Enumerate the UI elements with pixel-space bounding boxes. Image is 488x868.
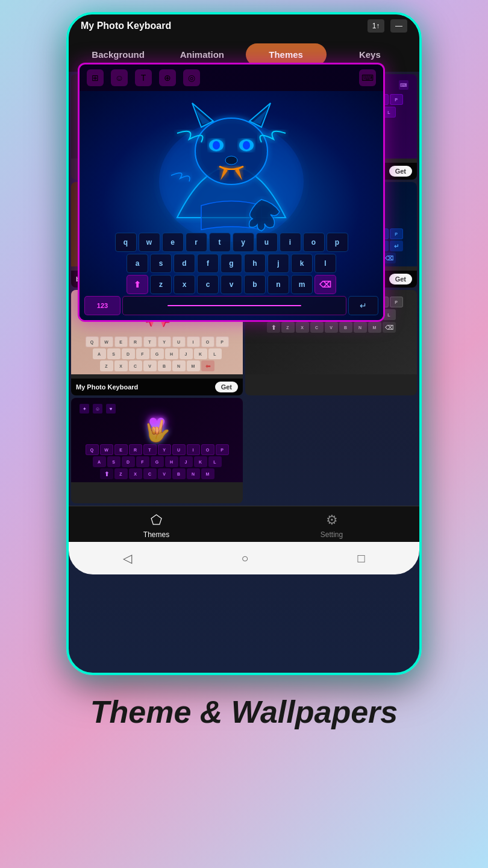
get-button-blue[interactable]: Get [389,274,412,285]
key-k-f: K [194,348,207,359]
key-x-h: X [129,468,142,479]
key-f-f: F [136,348,149,359]
nav-setting[interactable]: ⚙ Setting [244,512,419,539]
key-b-f: B [158,360,171,371]
wolf-key-l[interactable]: l [314,254,336,273]
key-s-h: S [107,456,120,467]
key-a-h: A [93,456,106,467]
setting-icon: ⚙ [326,512,338,528]
wolf-key-p[interactable]: p [327,233,348,252]
wolf-key-d[interactable]: d [174,254,195,273]
key-i-f: I [187,336,200,347]
wolf-key-del[interactable]: ⌫ [314,275,336,294]
wolf-key-x[interactable]: x [174,275,195,294]
wolf-key-u[interactable]: u [256,233,278,252]
wolf-key-shift[interactable]: ⬆ [127,275,148,294]
wolf-key-k[interactable]: k [291,254,313,273]
wolf-key-o[interactable]: o [303,233,325,252]
bottom-headline: Theme & Wallpapers [66,693,422,731]
header-icons: 1↑ — [368,19,407,33]
wolf-key-m[interactable]: m [291,275,313,294]
wolf-space-key[interactable] [122,296,346,315]
wolf-globe-icon[interactable]: ⊕ [159,69,176,86]
wolf-key-y[interactable]: y [233,233,254,252]
wolf-svg [141,91,322,248]
wolf-shirt-icon[interactable]: T [135,69,152,86]
get-button-purple[interactable]: Get [389,166,412,177]
key-p-b: P [390,228,403,239]
key-v-f: V [143,360,157,371]
wolf-row-2: a s d f g h j k l [82,254,381,273]
back-button[interactable]: ◁ [123,551,132,565]
nav-themes[interactable]: ⬠ Themes [69,512,244,539]
home-button[interactable]: ○ [241,552,248,565]
wolf-popup[interactable]: ⊞ ☺ T ⊕ ◎ ⌨ [78,63,385,322]
wolf-key-b[interactable]: b [244,275,266,294]
key-z-f: Z [100,360,113,371]
wolf-key-v[interactable]: v [221,275,242,294]
wolf-key-h[interactable]: h [244,254,266,273]
wolf-key-z[interactable]: z [150,275,172,294]
wolf-key-a[interactable]: a [127,254,148,273]
wolf-row-1: q w e r t y u i o p [82,233,381,252]
key-z-s: Z [281,322,295,333]
wolf-key-r[interactable]: r [186,233,207,252]
themes-label: Themes [143,530,169,539]
wolf-key-c[interactable]: c [197,275,219,294]
key-p-f: P [216,336,229,347]
wolf-key-q[interactable]: q [115,233,137,252]
wolf-key-s[interactable]: s [150,254,172,273]
phone-frame: My Photo Keyboard 1↑ — Background Animat… [66,12,422,675]
wolf-key-t[interactable]: t [209,233,231,252]
svg-point-9 [243,141,250,149]
key-u-f: U [172,336,186,347]
wolf-emoji-icon[interactable]: ☺ [111,69,128,86]
key-r-h: R [129,444,142,455]
minimize-icon[interactable]: — [390,19,407,33]
key-row-gift: Q W E R T Y U I O P A [71,336,243,371]
key-n-s: N [354,322,367,333]
app-header: My Photo Keyboard 1↑ — [69,14,419,37]
key-shift-s: ⬆ [267,322,280,333]
key-i-h: I [187,444,200,455]
key-k-h: K [194,456,207,467]
wolf-art-area: q w e r t y u i o p a s d [80,91,383,320]
key-enter-b: ↵ [390,241,403,251]
wolf-key-w[interactable]: w [139,233,160,252]
icon-heart-top: ✦ [80,404,89,414]
wolf-key-f[interactable]: f [197,254,219,273]
wolf-key-n[interactable]: n [267,275,289,294]
wolf-num-key[interactable]: 123 [84,296,120,315]
theme-card-heart[interactable]: ✦ ☺ ♥ ♥ 🤟 Q W E [71,398,243,503]
wolf-keyboard-icon[interactable]: ⌨ [359,69,376,86]
key-b-s: B [339,322,352,333]
wolf-key-e[interactable]: e [162,233,184,252]
wolf-key-j[interactable]: j [267,254,289,273]
key-f-h: F [136,456,149,467]
key-shift-h: ⬆ [100,468,113,479]
get-button-gift[interactable]: Get [215,382,238,392]
wolf-grid-icon[interactable]: ⊞ [87,69,104,86]
wolf-key-i[interactable]: i [280,233,301,252]
themes-icon: ⬠ [151,512,162,528]
key-q-f: Q [86,336,99,347]
wolf-eye-icon[interactable]: ◎ [183,69,200,86]
svg-point-10 [225,156,237,165]
key-e-f: E [114,336,128,347]
recent-button[interactable]: □ [357,552,364,565]
key-m-f: M [187,360,200,371]
key-t-h: T [143,444,157,455]
wolf-enter-key[interactable]: ↵ [348,296,378,315]
key-a-f: A [93,348,106,359]
svg-point-1 [195,118,267,184]
key-g-h: G [151,456,164,467]
wolf-keyboard-bg: ⊞ ☺ T ⊕ ◎ ⌨ [80,64,383,320]
key-m-s: M [368,322,381,333]
icon-keyboard-purple: ⌨ [399,80,408,90]
wolf-space-line [167,305,301,306]
wolf-keyboard-rows: q w e r t y u i o p a s d [80,230,383,320]
bottom-nav: ⬠ Themes ⚙ Setting [69,506,419,542]
wolf-key-g[interactable]: g [221,254,242,273]
notification-icon[interactable]: 1↑ [368,19,384,33]
key-z-h: Z [114,468,128,479]
